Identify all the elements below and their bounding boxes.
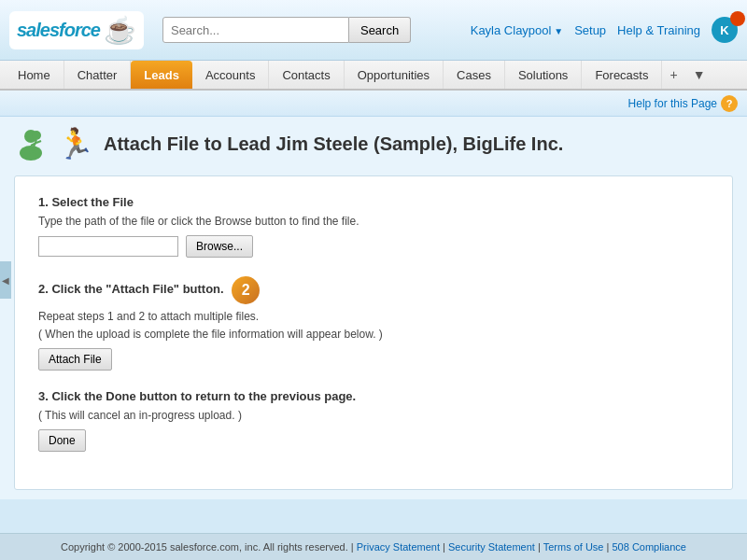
page-title-area: 🏃 Attach File to Lead Jim Steele (Sample… bbox=[14, 126, 733, 161]
step-3: 3. Click the Done button to return to th… bbox=[38, 389, 709, 452]
help-training-link[interactable]: Help & Training bbox=[617, 23, 700, 37]
step-2-desc1: Repeat steps 1 and 2 to attach multiple … bbox=[38, 310, 709, 323]
attach-file-button[interactable]: Attach File bbox=[38, 348, 112, 371]
lead-icon bbox=[14, 127, 48, 161]
nav-chatter[interactable]: Chatter bbox=[64, 61, 132, 89]
svg-line-7 bbox=[36, 141, 41, 143]
step-1-desc: Type the path of the file or click the B… bbox=[38, 215, 709, 228]
step-3-desc: ( This will cancel an in-progress upload… bbox=[38, 409, 709, 422]
search-bar: Search bbox=[162, 17, 461, 43]
security-link[interactable]: Security Statement bbox=[448, 541, 535, 553]
help-for-page-text: Help for this Page bbox=[628, 97, 717, 110]
done-button[interactable]: Done bbox=[38, 429, 86, 452]
step-2: 2. Click the "Attach File" button. 2 Rep… bbox=[38, 276, 709, 371]
step-3-heading: 3. Click the Done button to return to th… bbox=[38, 389, 709, 403]
logo-area: salesforce ☕ bbox=[9, 11, 144, 49]
content-box: 1. Select the File Type the path of the … bbox=[14, 175, 733, 490]
nav-more-arrow[interactable]: ▼ bbox=[685, 61, 713, 89]
notification-badge bbox=[730, 11, 745, 26]
lead-figure-icon: 🏃 bbox=[57, 126, 94, 161]
search-button[interactable]: Search bbox=[349, 17, 411, 43]
nav-opportunities[interactable]: Opportunities bbox=[345, 61, 444, 89]
file-path-input[interactable] bbox=[38, 236, 178, 257]
nav-forecasts[interactable]: Forecasts bbox=[582, 61, 662, 89]
nav-contacts[interactable]: Contacts bbox=[269, 61, 344, 89]
privacy-link[interactable]: Privacy Statement bbox=[357, 541, 440, 553]
help-circle-icon: ? bbox=[721, 95, 738, 112]
help-for-page-link[interactable]: Help for this Page ? bbox=[628, 95, 738, 112]
navbar: Home Chatter Leads Accounts Contacts Opp… bbox=[0, 61, 747, 91]
compliance-link[interactable]: 508 Compliance bbox=[612, 541, 686, 553]
terms-link[interactable]: Terms of Use bbox=[543, 541, 604, 553]
header-right: Kayla Claypool Setup Help & Training K bbox=[471, 17, 738, 43]
step-2-desc2: ( When the upload is complete the file i… bbox=[38, 328, 709, 341]
nav-home[interactable]: Home bbox=[5, 61, 64, 89]
nav-more-plus[interactable]: + bbox=[662, 61, 684, 89]
nav-leads[interactable]: Leads bbox=[131, 61, 192, 89]
file-input-row: Browse... bbox=[38, 235, 709, 258]
header: salesforce ☕ Search Kayla Claypool Setup… bbox=[0, 0, 747, 61]
search-input[interactable] bbox=[162, 17, 349, 43]
nav-cases[interactable]: Cases bbox=[444, 61, 505, 89]
footer-copyright: Copyright © 2000-2015 salesforce.com, in… bbox=[61, 541, 348, 553]
nav-solutions[interactable]: Solutions bbox=[505, 61, 582, 89]
setup-link[interactable]: Setup bbox=[574, 23, 606, 37]
browse-button[interactable]: Browse... bbox=[186, 235, 253, 258]
page-title: Attach File to Lead Jim Steele (Sample),… bbox=[104, 133, 563, 155]
avatar[interactable]: K bbox=[712, 17, 738, 43]
svg-point-2 bbox=[32, 131, 41, 140]
step-2-heading: 2. Click the "Attach File" button. 2 bbox=[38, 276, 709, 304]
sub-header: Help for this Page ? bbox=[0, 91, 747, 117]
step-2-badge: 2 bbox=[232, 276, 260, 304]
left-panel-toggle[interactable]: ◀ bbox=[0, 261, 11, 299]
footer: Copyright © 2000-2015 salesforce.com, in… bbox=[0, 533, 747, 560]
step-1: 1. Select the File Type the path of the … bbox=[38, 195, 709, 258]
salesforce-logo-text: salesforce bbox=[17, 20, 100, 41]
user-name[interactable]: Kayla Claypool bbox=[471, 23, 563, 37]
page-content: 🏃 Attach File to Lead Jim Steele (Sample… bbox=[0, 117, 747, 499]
step-1-heading: 1. Select the File bbox=[38, 195, 709, 209]
nav-accounts[interactable]: Accounts bbox=[192, 61, 269, 89]
coffee-icon: ☕ bbox=[104, 15, 136, 46]
svg-line-6 bbox=[31, 143, 36, 146]
